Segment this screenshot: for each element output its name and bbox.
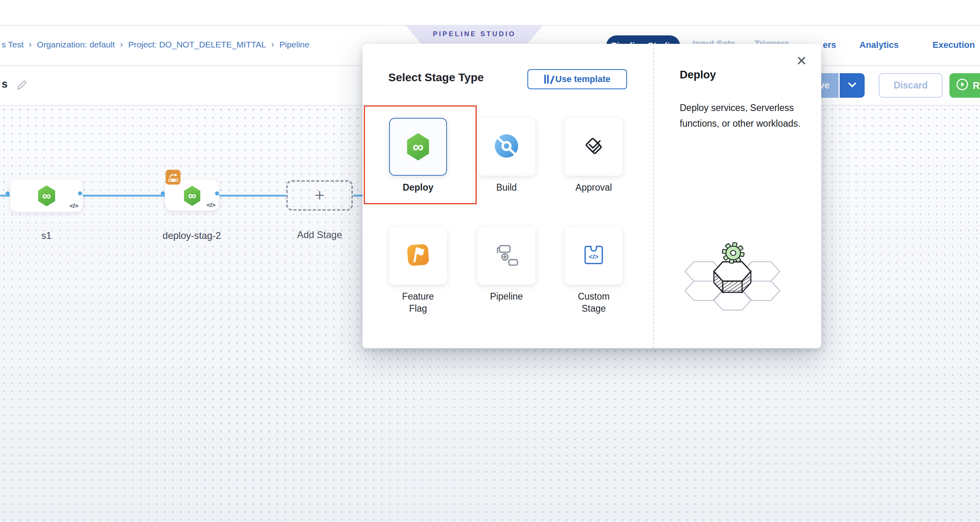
port-deploy-stag-2-out[interactable] (215, 191, 219, 195)
pipeline-name: s (2, 78, 8, 90)
stage-type-label-feature-flag: Feature Flag (389, 290, 447, 314)
breadcrumb-separator: › (120, 39, 123, 50)
add-stage-label: Add Stage (286, 229, 353, 240)
save-menu-button[interactable] (840, 73, 865, 98)
tab-executions[interactable]: Execution (933, 40, 975, 50)
pipeline-studio-badge: PIPELINE STUDIO (405, 25, 543, 43)
code-view-icon[interactable]: </> (70, 202, 78, 209)
pipeline-studio-page: s Test › Organization: default › Project… (0, 0, 980, 522)
run-button[interactable]: Run (949, 73, 980, 98)
feature-flag-icon (406, 243, 430, 269)
stage-type-pipeline[interactable] (478, 227, 535, 285)
stage-type-label-approval: Approval (565, 181, 623, 193)
modal-title: Select Stage Type (388, 71, 484, 84)
stage-type-label-custom: Custom Stage (565, 290, 623, 314)
custom-stage-code-icon: </> (581, 243, 606, 269)
approval-check-icon (581, 133, 607, 160)
chevron-down-icon (848, 82, 857, 89)
breadcrumb: s Test › Organization: default › Project… (2, 39, 310, 50)
stage-type-label-deploy: Deploy (389, 181, 447, 193)
stage-type-label-pipeline: Pipeline (478, 290, 535, 302)
breadcrumb-project[interactable]: Project: DO_NOT_DELETE_MITTAL (128, 40, 266, 49)
stage-node-s1[interactable]: ∞ </> (10, 179, 83, 212)
edge-add-to-right (353, 195, 363, 197)
infinity-glyph: ∞ (42, 189, 51, 203)
deploy-illustration (672, 230, 793, 324)
rolling-deployment-badge-icon (166, 170, 180, 185)
add-stage-button[interactable]: + (286, 180, 353, 211)
close-icon[interactable]: × (793, 51, 810, 70)
port-s1-in[interactable] (6, 191, 10, 195)
cd-hexagon-icon: ∞ (183, 186, 201, 206)
breadcrumb-account[interactable]: s Test (2, 40, 23, 49)
ci-build-icon (494, 134, 519, 160)
pipeline-studio-badge-label: PIPELINE STUDIO (433, 30, 516, 38)
edge-s1-to-deploy-stag-2 (82, 195, 165, 197)
select-stage-type-modal: Select Stage Type Use template × ∞ Deplo… (363, 44, 821, 348)
breadcrumb-organization[interactable]: Organization: default (37, 40, 115, 49)
stage-type-deploy[interactable]: ∞ (389, 118, 447, 176)
breadcrumb-separator: › (29, 39, 31, 50)
port-deploy-stag-2-in[interactable] (161, 191, 165, 195)
edge-deploy-stag-2-to-add (219, 195, 286, 197)
stage-detail-title: Deploy (680, 69, 716, 81)
run-button-label: Run (973, 80, 980, 91)
discard-button[interactable]: Discard (879, 73, 943, 98)
tab-analytics[interactable]: Analytics (859, 40, 899, 50)
svg-text:</>: </> (589, 253, 599, 260)
cd-hexagon-icon: ∞ (37, 185, 56, 206)
stage-type-build[interactable] (478, 118, 535, 176)
use-template-button[interactable]: Use template (527, 69, 627, 89)
play-icon (956, 78, 969, 93)
infinity-glyph: ∞ (412, 138, 423, 156)
stage-detail-description: Deploy services, Serverless functions, o… (680, 100, 812, 132)
use-template-label: Use template (556, 74, 611, 84)
pipeline-chain-icon (494, 243, 519, 269)
infinity-glyph: ∞ (188, 189, 196, 202)
stage-label-deploy-stag-2: deploy-stag-2 (152, 230, 232, 241)
stage-type-approval[interactable] (565, 118, 623, 176)
port-s1-out[interactable] (78, 191, 82, 195)
tab-triggers-fragment[interactable]: ers (823, 40, 836, 50)
plus-icon: + (315, 186, 325, 205)
stage-label-s1: s1 (10, 230, 83, 241)
stage-type-feature-flag[interactable] (389, 227, 447, 285)
stage-type-label-build: Build (478, 181, 535, 193)
breadcrumb-pipeline[interactable]: Pipeline (279, 40, 310, 49)
cd-hexagon-icon: ∞ (406, 133, 431, 160)
edit-pencil-icon[interactable] (15, 79, 28, 92)
code-view-icon[interactable]: </> (207, 201, 215, 208)
breadcrumb-separator: › (271, 39, 274, 50)
stage-type-custom[interactable]: </> (565, 227, 623, 285)
modal-dashed-divider (653, 44, 654, 348)
template-library-icon (544, 75, 552, 84)
